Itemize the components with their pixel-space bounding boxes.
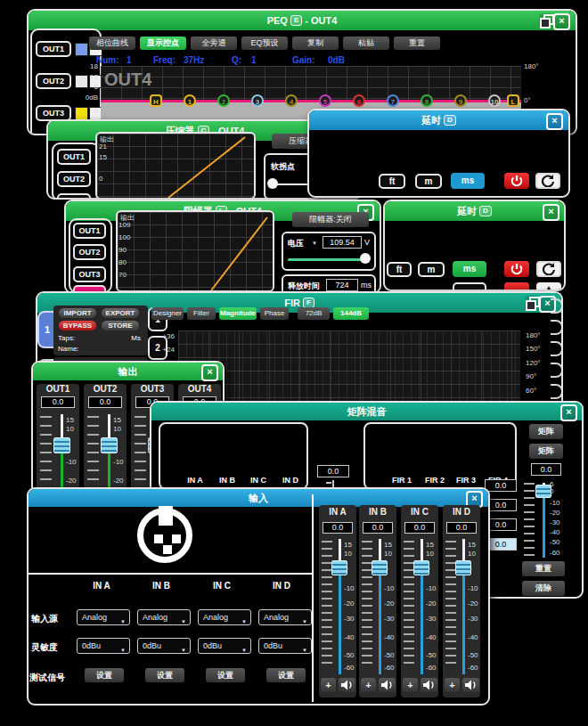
source-select[interactable]: Analog▼: [137, 609, 191, 625]
matrix-route-button[interactable]: 矩阵: [529, 444, 563, 459]
fader-handle[interactable]: [101, 437, 118, 453]
sensitivity-select[interactable]: 0dBu▼: [258, 638, 312, 654]
delay1-unit-ft-button[interactable]: ft: [379, 174, 405, 189]
compressor-channel-out1[interactable]: OUT1: [57, 149, 91, 165]
peq-point-8[interactable]: 8: [421, 94, 433, 107]
close-icon[interactable]: ×: [546, 113, 563, 130]
delay1-unit-ms-button[interactable]: ms: [451, 173, 485, 189]
limiter-channel-out2[interactable]: OUT2: [73, 244, 106, 260]
peq-phase-curve-button[interactable]: 相位曲线: [89, 37, 135, 50]
close-icon[interactable]: ×: [543, 204, 559, 221]
gain-value[interactable]: 0.0: [363, 522, 393, 534]
output-titlebar[interactable]: 输出: [33, 363, 223, 380]
gain-value[interactable]: 0.0: [446, 522, 477, 534]
fir-store-button[interactable]: STORE: [102, 321, 139, 330]
sensitivity-select[interactable]: 0dBu▼: [137, 638, 191, 654]
fir-tab-magnitude[interactable]: Magnitude: [219, 307, 257, 320]
close-icon[interactable]: ×: [560, 404, 577, 421]
peq-preset-button[interactable]: EQ预设: [241, 37, 288, 50]
phase-plus-button[interactable]: +: [321, 678, 336, 692]
fader-handle[interactable]: [413, 560, 429, 575]
peq-point-1[interactable]: 1: [184, 94, 196, 107]
peq-point-lp[interactable]: L: [507, 94, 519, 107]
fader-track[interactable]: [421, 567, 423, 674]
matrix-clear-button[interactable]: 清除: [522, 581, 565, 596]
peq-titlebar[interactable]: PEQ E - OUT4: [29, 11, 576, 30]
voltage-value[interactable]: 109.54: [323, 236, 362, 249]
fir-tab-phase[interactable]: Phase: [260, 307, 289, 320]
compressor-channel-out2[interactable]: OUT2: [57, 171, 91, 187]
peq-reset-button[interactable]: 重置: [394, 37, 440, 50]
close-icon[interactable]: ×: [553, 13, 570, 30]
peq-point-4[interactable]: 4: [285, 94, 298, 107]
fir-tab-144db[interactable]: 144dB: [333, 307, 369, 320]
peq-point-10[interactable]: 10: [488, 94, 501, 107]
source-select[interactable]: Analog▼: [198, 609, 251, 625]
release-value[interactable]: 724: [326, 279, 358, 291]
fir-export-button[interactable]: EXPORT: [102, 308, 139, 318]
peq-paste-button[interactable]: 粘贴: [343, 37, 389, 50]
peq-channel-out2[interactable]: OUT2: [36, 73, 71, 89]
refresh-icon[interactable]: [535, 173, 560, 189]
peq-point-2[interactable]: 2: [217, 94, 230, 107]
peq-point-hp[interactable]: H: [150, 94, 162, 107]
fader-handle[interactable]: [455, 560, 471, 575]
fir-bypass-button[interactable]: BYPASS: [59, 321, 96, 330]
fader-handle[interactable]: [535, 485, 551, 498]
fir-tab-72db[interactable]: 72dB: [298, 307, 330, 320]
test-signal-set-button[interactable]: 设置: [85, 668, 124, 682]
mute-speaker-icon[interactable]: [379, 678, 396, 692]
peq-point-6[interactable]: 6: [353, 94, 365, 107]
source-select[interactable]: Analog▼: [77, 609, 130, 625]
peq-channel-out1[interactable]: OUT1: [36, 41, 71, 57]
phase-plus-button[interactable]: +: [403, 678, 418, 692]
fader-track[interactable]: [339, 567, 341, 674]
peq-show-points-button[interactable]: 显示控点: [140, 37, 186, 50]
power-icon[interactable]: [504, 173, 529, 189]
power-icon[interactable]: [504, 261, 529, 277]
sensitivity-select[interactable]: 0dBu▼: [198, 638, 251, 654]
delay1-unit-m-button[interactable]: m: [415, 174, 442, 189]
delay2-titlebar[interactable]: 延时 D: [385, 201, 564, 221]
fader-track[interactable]: [462, 567, 465, 674]
fader-track[interactable]: [379, 567, 381, 674]
voltage-slider-handle[interactable]: [360, 253, 371, 264]
matrix-titlebar[interactable]: 矩阵混音: [151, 403, 582, 420]
fader-track[interactable]: [543, 490, 545, 558]
peq-bypass-all-button[interactable]: 全旁通: [191, 37, 237, 50]
phase-plus-button[interactable]: +: [361, 678, 376, 692]
gain-value[interactable]: 0.0: [41, 396, 75, 408]
compressor-channel-out3[interactable]: OUT3: [57, 193, 91, 200]
peq-point-7[interactable]: 7: [387, 94, 399, 107]
phase-plus-button[interactable]: +: [445, 678, 460, 692]
fir-tab-filter[interactable]: Filter: [187, 307, 216, 320]
gain-value[interactable]: 0.0: [323, 522, 353, 534]
delay1-titlebar[interactable]: 延时 D: [309, 110, 568, 130]
matrix-mid-gain[interactable]: 0.0: [317, 465, 349, 477]
matrix-gain-value[interactable]: 0.0: [531, 463, 561, 476]
delay2-unit-m-button[interactable]: m: [418, 262, 445, 277]
knee-slider-handle[interactable]: [267, 178, 278, 189]
spinner-up-partial[interactable]: ▲: [536, 282, 561, 291]
voltage-slider-track[interactable]: [288, 258, 366, 261]
limiter-off-button[interactable]: 限幅器:关闭: [292, 212, 369, 227]
restore-icon[interactable]: [525, 296, 538, 309]
matrix-route-button[interactable]: 矩阵: [529, 424, 563, 439]
limiter-channel-out3[interactable]: OUT3: [73, 266, 106, 282]
peq-copy-button[interactable]: 复制: [292, 37, 339, 50]
fader-handle[interactable]: [331, 560, 347, 575]
delay2-unit-ms-button[interactable]: ms: [453, 261, 486, 277]
fader-handle[interactable]: [53, 437, 70, 453]
fir-import-button[interactable]: IMPORT: [59, 308, 96, 318]
test-signal-set-button[interactable]: 设置: [145, 668, 184, 682]
gain-value[interactable]: 0.0: [88, 396, 122, 408]
peq-point-5[interactable]: 5: [319, 94, 331, 107]
peq-point-3[interactable]: 3: [251, 94, 264, 107]
fir-slot-tab[interactable]: 1: [37, 311, 55, 348]
power-icon-partial[interactable]: [504, 282, 529, 291]
matrix-reset-button[interactable]: 重置: [522, 561, 565, 576]
fir-tab-designer[interactable]: Designer: [151, 307, 184, 320]
restore-icon[interactable]: [539, 13, 552, 27]
peq-point-9[interactable]: 9: [454, 94, 467, 107]
limiter-channel-out1[interactable]: OUT1: [73, 223, 106, 239]
